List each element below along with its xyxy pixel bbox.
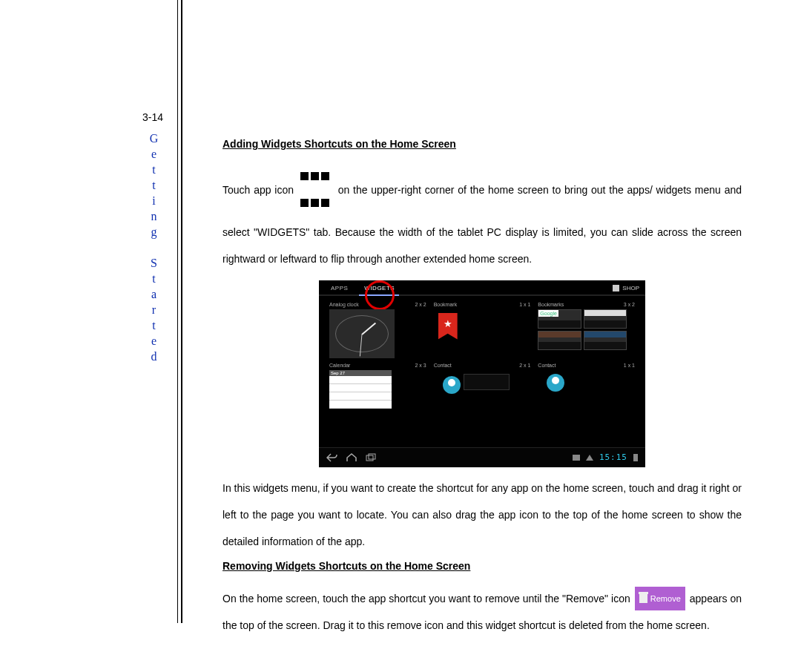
shop-bag-icon (613, 285, 619, 291)
home-icon[interactable] (346, 453, 357, 462)
widget-name: Analog clock (329, 302, 359, 307)
contact-wide-preview (434, 370, 531, 394)
widget-bookmarks[interactable]: Bookmarks 3 x 2 Google (538, 302, 635, 358)
bookmark-star-icon (438, 313, 458, 340)
paragraph-removing: On the home screen, touch the app shortc… (222, 585, 742, 639)
apps-grid-icon (300, 163, 332, 217)
widget-name: Contact (434, 363, 452, 368)
widget-size: 2 x 2 (415, 302, 426, 307)
content-column: Adding Widgets Shortcuts on the Home Scr… (222, 138, 742, 639)
tablet-screenshot: APPS WIDGETS SHOP Analog clock 2 x 2 (319, 280, 645, 467)
widget-contact[interactable]: Contact 1 x 1 (538, 363, 635, 409)
shop-label: SHOP (622, 285, 639, 291)
thumb (584, 309, 627, 329)
warning-status-icon (586, 455, 593, 461)
widget-name: Contact (538, 363, 556, 368)
widget-size: 2 x 3 (415, 363, 426, 368)
widget-size: 1 x 1 (624, 363, 635, 368)
widget-name: Calendar (329, 363, 350, 368)
battery-status-icon (633, 454, 638, 461)
vertical-rule-thin (177, 0, 178, 623)
widget-size: 2 x 1 (519, 363, 530, 368)
analog-clock-icon (329, 309, 395, 358)
thumb (538, 331, 581, 350)
svg-rect-0 (366, 455, 373, 461)
back-icon[interactable] (326, 453, 338, 462)
widgets-grid: Analog clock 2 x 2 Bookmark 1 x 1 (319, 296, 645, 409)
widget-name: Bookmarks (538, 302, 564, 307)
system-nav-bar: 15:15 (319, 447, 645, 467)
widget-bookmark[interactable]: Bookmark 1 x 1 (434, 302, 531, 358)
paragraph-widgets-usage: In this widgets menu, if you want to cre… (222, 475, 742, 556)
svg-rect-1 (369, 454, 375, 459)
remove-icon: Remove (635, 587, 685, 611)
tablet-screen: APPS WIDGETS SHOP Analog clock 2 x 2 (319, 280, 645, 467)
recents-icon[interactable] (365, 453, 377, 462)
widget-contact-wide[interactable]: Contact 2 x 1 (434, 363, 531, 409)
heading-adding-widgets: Adding Widgets Shortcuts on the Home Scr… (222, 138, 742, 150)
thumb (584, 331, 627, 350)
widget-size: 1 x 1 (519, 302, 530, 307)
status-clock: 15:15 (599, 452, 627, 462)
vertical-rule-thick (181, 0, 182, 623)
paragraph-intro: Touch app icon on the upper-right corner… (222, 163, 742, 273)
calendar-preview: Sep 27 (329, 370, 392, 409)
section-side-label: Getting Started (147, 132, 160, 366)
trash-can-icon (639, 594, 647, 603)
remove-label: Remove (650, 588, 681, 610)
bookmarks-thumbnails: Google (538, 309, 627, 350)
tab-apps[interactable]: APPS (331, 285, 348, 291)
document-page: 3-14 Getting Started Adding Widgets Shor… (0, 0, 801, 672)
page-number: 3-14 (142, 111, 163, 123)
widget-size: 3 x 2 (624, 302, 635, 307)
avatar-icon (443, 376, 461, 394)
widget-name: Bookmark (434, 302, 458, 307)
widget-calendar[interactable]: Calendar 2 x 3 Sep 27 (329, 363, 426, 409)
paragraph-intro-a: Touch app icon (222, 184, 294, 196)
callout-circle (365, 280, 395, 310)
mail-status-icon (573, 455, 580, 461)
shop-button[interactable]: SHOP (613, 285, 639, 291)
thumb: Google (538, 309, 581, 329)
heading-removing-widgets: Removing Widgets Shortcuts on the Home S… (222, 560, 742, 572)
paragraph-removing-a: On the home screen, touch the app shortc… (222, 593, 630, 605)
avatar-icon (547, 374, 564, 392)
widget-analog-clock[interactable]: Analog clock 2 x 2 (329, 302, 426, 358)
